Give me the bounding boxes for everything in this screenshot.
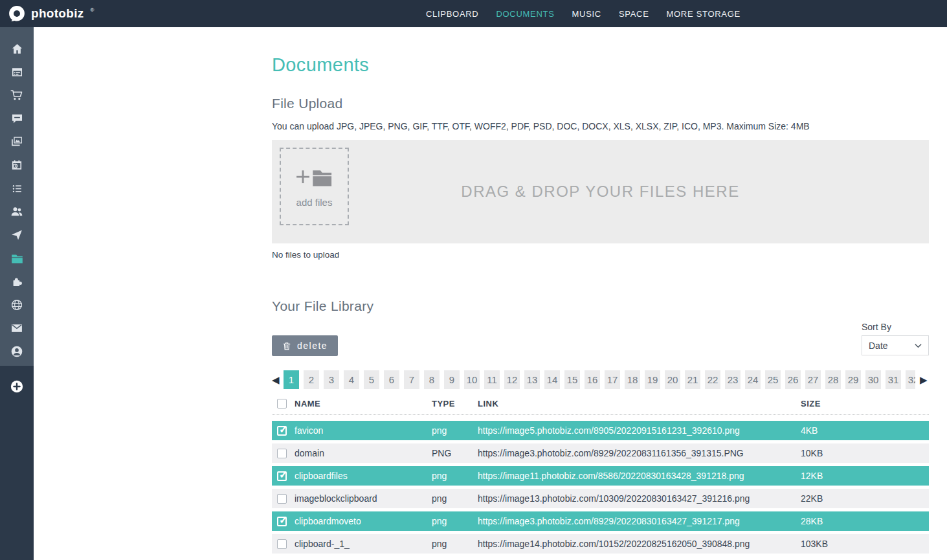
page-number[interactable]: 25	[765, 370, 781, 389]
page-number[interactable]: 28	[825, 370, 841, 389]
sidebar-item-scheduler[interactable]	[0, 153, 34, 177]
file-library-section: Your File Library Sort By Date delete ◀ …	[272, 298, 929, 554]
sidebar-item-mail[interactable]	[0, 317, 34, 340]
row-checkbox[interactable]	[277, 539, 287, 549]
sidebar-item-store[interactable]	[0, 84, 34, 107]
page-number[interactable]: 20	[665, 370, 680, 389]
sidebar-item-pages[interactable]	[0, 60, 34, 84]
page-number[interactable]: 15	[564, 370, 580, 389]
table-row[interactable]: favicon png https://image5.photobiz.com/…	[272, 421, 929, 440]
sidebar-item-integrations[interactable]	[0, 270, 34, 293]
file-type: png	[432, 516, 478, 526]
sidebar-item-account[interactable]	[0, 340, 34, 363]
pagination-prev-arrow[interactable]: ◀	[272, 374, 282, 386]
sidebar-item-add[interactable]	[0, 375, 34, 398]
table-row[interactable]: imageblockclipboard png https://image13.…	[272, 489, 929, 508]
page-number[interactable]: 5	[364, 370, 379, 389]
file-type: PNG	[432, 448, 478, 458]
file-upload-heading: File Upload	[272, 96, 929, 111]
pagination-next-arrow[interactable]: ▶	[920, 374, 930, 386]
photobiz-logo-icon	[8, 5, 25, 22]
page-number[interactable]: 12	[504, 370, 520, 389]
row-checkbox[interactable]	[277, 494, 287, 504]
row-checkbox[interactable]	[277, 471, 287, 481]
page-number[interactable]: 29	[845, 370, 861, 389]
page-number[interactable]: 10	[464, 370, 480, 389]
header-type: TYPE	[432, 399, 478, 409]
page-number[interactable]: 19	[645, 370, 660, 389]
page-number[interactable]: 6	[384, 370, 399, 389]
file-type: png	[432, 425, 478, 436]
table-row[interactable]: domain PNG https://image3.photobiz.com/8…	[272, 443, 929, 463]
chevron-down-icon	[915, 343, 922, 348]
page-number[interactable]: 7	[404, 370, 419, 389]
list-icon	[11, 183, 23, 195]
page-number[interactable]: 32	[906, 370, 915, 389]
table-row[interactable]: clipboardfiles png https://image11.photo…	[272, 466, 929, 486]
page-number[interactable]: 3	[324, 370, 339, 389]
page-number[interactable]: 11	[484, 370, 500, 389]
select-all-checkbox[interactable]	[277, 399, 287, 409]
row-checkbox[interactable]	[277, 517, 287, 526]
page-number[interactable]: 4	[344, 370, 359, 389]
page-number[interactable]: 27	[805, 370, 821, 389]
page-number[interactable]: 17	[605, 370, 620, 389]
page-number[interactable]: 16	[585, 370, 600, 389]
sidebar-item-files[interactable]	[0, 247, 34, 270]
page-number[interactable]: 14	[544, 370, 560, 389]
users-icon	[10, 205, 23, 218]
page-number[interactable]: 8	[424, 370, 440, 389]
images-icon	[10, 135, 23, 148]
sidebar-item-home[interactable]	[0, 37, 34, 60]
sidebar-lower	[0, 366, 34, 560]
sidebar-item-domains[interactable]	[0, 293, 34, 317]
page-number[interactable]: 22	[705, 370, 720, 389]
send-icon	[10, 229, 23, 241]
page-number[interactable]: 13	[524, 370, 540, 389]
file-size: 12KB	[801, 471, 929, 481]
page-number[interactable]: 31	[886, 370, 901, 389]
puzzle-icon	[10, 275, 23, 288]
page-number[interactable]: 1	[284, 370, 299, 389]
page-number[interactable]: 24	[745, 370, 761, 389]
sort-by-select[interactable]: Date	[862, 335, 929, 355]
table-row[interactable]: clipboard-_1_ png https://image14.photob…	[272, 534, 929, 554]
topnav-item[interactable]: MORE STORAGE	[667, 9, 741, 19]
sidebar-item-images[interactable]	[0, 130, 34, 153]
table-row[interactable]: clipboardmoveto png https://image3.photo…	[272, 511, 929, 531]
main-content: Documents File Upload You can upload JPG…	[34, 27, 947, 560]
pages-icon	[11, 66, 23, 78]
sidebar-item-chat[interactable]	[0, 107, 34, 130]
row-checkbox[interactable]	[277, 426, 287, 436]
page-number[interactable]: 21	[685, 370, 700, 389]
sort-by-label: Sort By	[862, 322, 929, 332]
page-number[interactable]: 26	[785, 370, 801, 389]
brand-logo[interactable]: photobiz®	[0, 5, 93, 22]
dropzone-text: DRAG & DROP YOUR FILES HERE	[272, 140, 929, 243]
page-number[interactable]: 18	[625, 370, 640, 389]
file-link: https://image3.photobiz.com/8929/2022083…	[478, 516, 801, 526]
row-checkbox[interactable]	[277, 449, 287, 458]
sidebar	[0, 27, 34, 560]
dropzone[interactable]: add files DRAG & DROP YOUR FILES HERE	[272, 140, 929, 243]
file-link: https://image11.photobiz.com/8586/202208…	[478, 471, 801, 481]
trash-icon	[282, 341, 291, 351]
delete-button[interactable]: delete	[272, 335, 338, 356]
sidebar-item-marketing[interactable]	[0, 223, 34, 247]
topnav-item[interactable]: MUSIC	[572, 9, 601, 19]
file-library-heading: Your File Library	[272, 298, 929, 314]
page-number[interactable]: 2	[304, 370, 319, 389]
page-number[interactable]: 23	[725, 370, 741, 389]
topnav-item[interactable]: DOCUMENTS	[496, 9, 554, 19]
brand-reg-mark: ®	[91, 7, 95, 13]
header-link: LINK	[478, 399, 801, 409]
delete-button-label: delete	[297, 341, 328, 351]
sidebar-item-forms[interactable]	[0, 177, 34, 200]
page-number[interactable]: 9	[444, 370, 460, 389]
topnav-item[interactable]: SPACE	[619, 9, 649, 19]
page-number[interactable]: 30	[865, 370, 881, 389]
file-link: https://image13.photobiz.com/10309/20220…	[478, 493, 801, 504]
sidebar-item-clients[interactable]	[0, 200, 34, 223]
file-name: clipboardmoveto	[295, 516, 432, 526]
topnav-item[interactable]: CLIPBOARD	[426, 9, 478, 19]
